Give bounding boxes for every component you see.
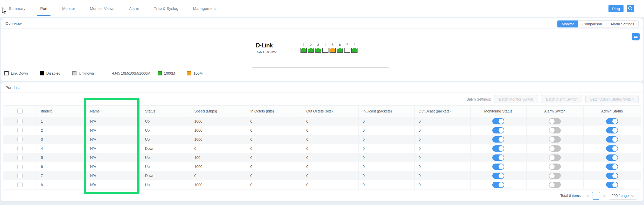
monitoring-status-cell <box>470 135 526 144</box>
legend-label: Link Down <box>11 71 28 75</box>
table-row: 5N/AUp1000000 <box>3 153 641 162</box>
alarm-switch-toggle[interactable] <box>549 127 561 133</box>
port-number: 3 <box>315 43 321 47</box>
prev-page-button[interactable]: < <box>586 194 590 198</box>
admin-status-toggle[interactable] <box>606 136 618 143</box>
tab-alarm[interactable]: Alarm <box>129 0 139 17</box>
row-checkbox[interactable] <box>17 173 23 178</box>
ping-button[interactable]: Ping <box>608 5 624 12</box>
column-header: IfIndex <box>37 106 86 117</box>
row-checkbox[interactable] <box>17 119 23 124</box>
out_octets-cell: 0 <box>302 126 358 135</box>
toggle-knob <box>499 182 504 187</box>
tab-trap-syslog[interactable]: Trap & Syslog <box>154 0 178 17</box>
admin-status-toggle[interactable] <box>606 118 618 124</box>
admin-status-toggle[interactable] <box>606 173 618 179</box>
batch-monitor-switch-button[interactable]: Batch Monitor Switch <box>494 95 538 103</box>
admin-status-cell <box>583 117 641 126</box>
toggle-knob <box>499 173 504 178</box>
alarm-switch-toggle[interactable] <box>549 164 561 170</box>
alarm-switch-toggle[interactable] <box>549 182 561 188</box>
name-cell: N/A <box>86 180 141 189</box>
collapse-panel-button[interactable] <box>632 33 640 40</box>
monitoring-status-toggle[interactable] <box>492 164 504 170</box>
admin-status-cell <box>583 162 641 171</box>
view-switch-monitor[interactable]: Monitor <box>557 20 578 27</box>
out_ucast-cell: 0 <box>414 135 470 144</box>
row-checkbox[interactable] <box>17 146 23 151</box>
port-list-title: Port List <box>5 85 20 90</box>
monitoring-status-toggle[interactable] <box>492 182 504 188</box>
alarm-switch-toggle[interactable] <box>549 145 561 152</box>
ifindex-cell: 6 <box>37 162 86 171</box>
admin-status-cell <box>583 144 641 153</box>
row-checkbox[interactable] <box>17 155 23 160</box>
table-header-row: IfIndexNameStatusSpeed (Mbps)In Octets (… <box>3 106 641 117</box>
device-port-1: 1 <box>300 43 307 53</box>
in_ucast-cell: 0 <box>358 180 414 189</box>
tab-monitor-views[interactable]: Monitor Views <box>90 0 114 17</box>
name-cell: N/A <box>86 153 141 162</box>
device-panel: D-Link DGS-1100-08V2 12345678 <box>252 41 389 68</box>
device-port-2: 2 <box>308 43 314 53</box>
row-checkbox[interactable] <box>17 137 23 142</box>
admin-status-toggle[interactable] <box>606 154 618 161</box>
toggle-knob <box>499 164 504 169</box>
in_ucast-cell: 0 <box>358 126 414 135</box>
tab-monitor[interactable]: Monitor <box>62 0 75 17</box>
alarm-switch-toggle[interactable] <box>549 154 561 161</box>
page-size-select[interactable]: 200 / page <box>609 192 637 200</box>
monitoring-status-toggle[interactable] <box>492 145 504 152</box>
admin-status-toggle[interactable] <box>606 182 618 188</box>
table-row: 3N/AUp10000000 <box>3 135 641 144</box>
port-jack-icon <box>351 48 358 53</box>
next-page-button[interactable]: > <box>603 194 606 198</box>
alarm-switch-toggle[interactable] <box>549 118 561 124</box>
device-port-8: 8 <box>351 43 358 53</box>
toggle-knob <box>499 128 504 133</box>
in_ucast-cell: 0 <box>358 117 414 126</box>
select-all-checkbox[interactable] <box>17 109 23 114</box>
monitoring-status-toggle[interactable] <box>492 118 504 124</box>
batch-alarm-switch-button[interactable]: Batch Alarm Switch <box>541 95 582 103</box>
tab-management[interactable]: Management <box>193 0 216 17</box>
legend-label: Disabled <box>46 71 60 75</box>
monitoring-status-cell <box>470 171 526 180</box>
monitoring-status-cell <box>470 162 526 171</box>
monitoring-status-toggle[interactable] <box>492 136 504 143</box>
monitoring-status-toggle[interactable] <box>492 154 504 161</box>
toggle-knob <box>549 182 555 187</box>
column-header: Alarm Switch <box>526 106 583 117</box>
batch-settings-label: Batch Settings: <box>466 97 491 101</box>
column-header: In Ucast (packets) <box>358 106 414 117</box>
admin-status-toggle[interactable] <box>606 127 618 133</box>
monitoring-status-toggle[interactable] <box>492 173 504 179</box>
row-checkbox[interactable] <box>17 164 23 169</box>
row-checkbox[interactable] <box>17 182 23 187</box>
toggle-knob <box>549 137 555 142</box>
view-switch-comparison[interactable]: Comparison <box>578 20 606 27</box>
overview-card: Overview MonitorComparisonAlarm Settings… <box>1 18 643 81</box>
batch-admin-status-switch-button[interactable]: Batch Admin Status Switch <box>585 95 639 103</box>
tab-port[interactable]: Port <box>40 0 47 17</box>
column-header: Admin Status <box>583 106 641 117</box>
port-jack-icon <box>337 48 343 53</box>
out_octets-cell: 0 <box>302 144 358 153</box>
alarm-switch-toggle[interactable] <box>549 173 561 179</box>
legend-swatch-unknown <box>72 71 76 75</box>
status-cell: Up <box>141 126 190 135</box>
monitoring-status-toggle[interactable] <box>492 127 504 133</box>
refresh-button[interactable] <box>627 5 634 12</box>
admin-status-toggle[interactable] <box>606 164 618 170</box>
current-page-button[interactable]: 1 <box>592 192 600 200</box>
device-ports: 12345678 <box>300 43 358 53</box>
admin-status-toggle[interactable] <box>606 145 618 152</box>
name-cell: N/A <box>86 144 141 153</box>
ifindex-cell: 1 <box>37 117 86 126</box>
out_octets-cell: 0 <box>302 135 358 144</box>
tab-summary[interactable]: Summary <box>9 0 25 17</box>
row-checkbox[interactable] <box>17 128 23 133</box>
alarm-switch-cell <box>526 171 583 180</box>
alarm-switch-toggle[interactable] <box>549 136 561 143</box>
view-switch-alarm-settings[interactable]: Alarm Settings <box>606 20 639 27</box>
